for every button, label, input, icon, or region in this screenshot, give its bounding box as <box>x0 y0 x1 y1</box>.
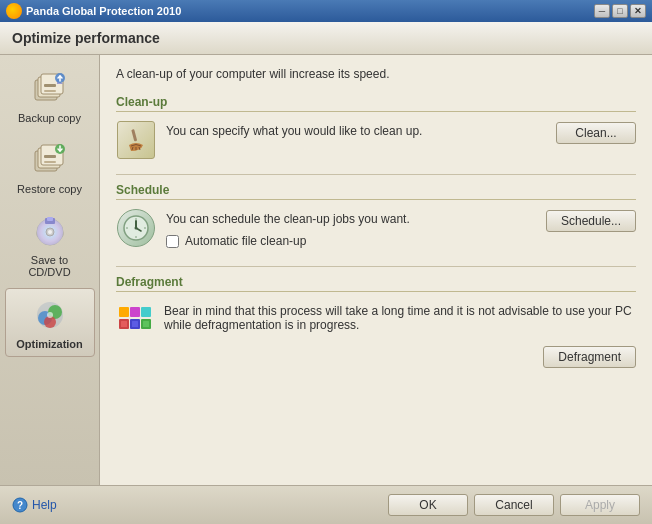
svg-rect-9 <box>44 155 56 158</box>
footer-buttons: OK Cancel Apply <box>388 494 640 516</box>
title-bar-controls: ─ □ ✕ <box>594 4 646 18</box>
optimization-icon <box>30 295 70 335</box>
broom-icon <box>117 121 155 159</box>
defragment-section: Defragment <box>116 275 636 368</box>
defragment-btn-row: Defragment <box>116 346 636 368</box>
auto-cleanup-label: Automatic file clean-up <box>185 234 306 248</box>
sidebar: Backup copy Restore copy <box>0 55 100 485</box>
auto-cleanup-row: Automatic file clean-up <box>166 234 536 248</box>
sidebar-item-restore[interactable]: Restore copy <box>5 134 95 201</box>
svg-point-23 <box>47 312 53 318</box>
svg-rect-24 <box>131 129 137 141</box>
cleanup-row: You can specify what you would like to c… <box>116 120 636 160</box>
svg-point-16 <box>48 230 52 234</box>
cleanup-description: You can specify what you would like to c… <box>166 120 546 138</box>
dialog: Optimize performance <box>0 22 652 524</box>
defragment-description: Bear in mind that this process will take… <box>164 300 636 332</box>
svg-rect-18 <box>47 217 53 221</box>
schedule-btn-col: Schedule... <box>546 208 636 232</box>
divider-2 <box>116 266 636 267</box>
svg-rect-39 <box>119 307 129 317</box>
auto-cleanup-checkbox[interactable] <box>166 235 179 248</box>
svg-rect-3 <box>44 84 56 87</box>
help-label: Help <box>32 498 57 512</box>
schedule-title: Schedule <box>116 183 636 200</box>
cancel-button[interactable]: Cancel <box>474 494 554 516</box>
app-icon <box>6 3 22 19</box>
ok-button[interactable]: OK <box>388 494 468 516</box>
schedule-left: You can schedule the clean-up jobs you w… <box>166 208 536 252</box>
svg-point-31 <box>135 227 138 230</box>
dialog-header: Optimize performance <box>0 22 652 55</box>
help-link[interactable]: ? Help <box>12 497 57 513</box>
cleanup-btn-col: Clean... <box>556 120 636 144</box>
divider-1 <box>116 174 636 175</box>
backup-icon <box>30 69 70 109</box>
restore-icon <box>30 140 70 180</box>
cd-icon <box>30 211 70 251</box>
cleanup-title: Clean-up <box>116 95 636 112</box>
defragment-button[interactable]: Defragment <box>543 346 636 368</box>
help-icon: ? <box>12 497 28 513</box>
sidebar-item-backup-label: Backup copy <box>18 112 81 124</box>
title-bar-text: Panda Global Protection 2010 <box>26 5 594 17</box>
sidebar-item-cd-label: Save to CD/DVD <box>9 254 91 278</box>
minimize-button[interactable]: ─ <box>594 4 610 18</box>
defragment-row: Bear in mind that this process will take… <box>116 300 636 338</box>
cleanup-icon <box>116 120 156 160</box>
sidebar-item-cd[interactable]: Save to CD/DVD <box>5 205 95 284</box>
intro-text: A clean-up of your computer will increas… <box>116 67 636 81</box>
dialog-footer: ? Help OK Cancel Apply <box>0 485 652 524</box>
clean-button[interactable]: Clean... <box>556 122 636 144</box>
svg-text:?: ? <box>17 500 23 511</box>
svg-rect-44 <box>143 321 149 327</box>
title-bar: Panda Global Protection 2010 ─ □ ✕ <box>0 0 652 22</box>
dialog-body: Backup copy Restore copy <box>0 55 652 485</box>
cleanup-section: Clean-up <box>116 95 636 160</box>
sidebar-item-optimization-label: Optimization <box>16 338 83 350</box>
schedule-button[interactable]: Schedule... <box>546 210 636 232</box>
defragment-title: Defragment <box>116 275 636 292</box>
svg-rect-43 <box>132 321 138 327</box>
svg-rect-42 <box>121 321 127 327</box>
maximize-button[interactable]: □ <box>612 4 628 18</box>
svg-rect-10 <box>44 161 56 163</box>
schedule-section: Schedule <box>116 183 636 252</box>
schedule-description: You can schedule the clean-up jobs you w… <box>166 208 536 226</box>
svg-rect-40 <box>130 307 140 317</box>
sidebar-item-optimization[interactable]: Optimization <box>5 288 95 357</box>
defragment-icon <box>116 300 154 338</box>
sidebar-item-backup[interactable]: Backup copy <box>5 63 95 130</box>
sidebar-item-restore-label: Restore copy <box>17 183 82 195</box>
dialog-title: Optimize performance <box>12 30 160 46</box>
svg-rect-41 <box>141 307 151 317</box>
clock-icon <box>117 209 155 247</box>
close-button[interactable]: ✕ <box>630 4 646 18</box>
schedule-icon <box>116 208 156 248</box>
schedule-row: You can schedule the clean-up jobs you w… <box>116 208 636 252</box>
main-content: A clean-up of your computer will increas… <box>100 55 652 485</box>
svg-rect-4 <box>44 90 56 92</box>
apply-button[interactable]: Apply <box>560 494 640 516</box>
